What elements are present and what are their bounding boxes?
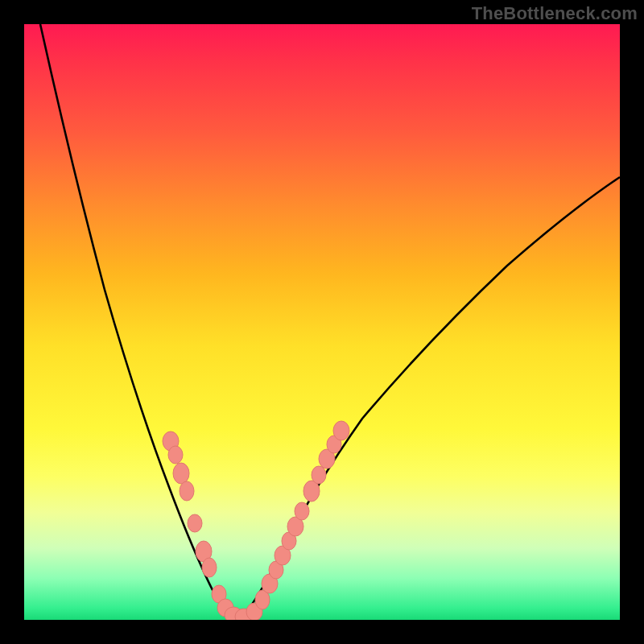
chart-stage: TheBottleneck.com [0, 0, 644, 644]
highlight-dot [312, 466, 326, 484]
marker-group [163, 421, 349, 620]
highlight-dot [188, 514, 202, 532]
highlight-dot [202, 558, 217, 577]
highlight-dot [333, 421, 349, 440]
curve-layer [24, 24, 620, 620]
right-curve [243, 177, 620, 616]
watermark-text: TheBottleneck.com [472, 3, 638, 24]
left-curve [40, 24, 232, 616]
plot-area [24, 24, 620, 620]
highlight-dot [295, 502, 309, 520]
highlight-dot [180, 481, 194, 501]
highlight-dot [168, 446, 183, 464]
highlight-dot [173, 463, 189, 484]
